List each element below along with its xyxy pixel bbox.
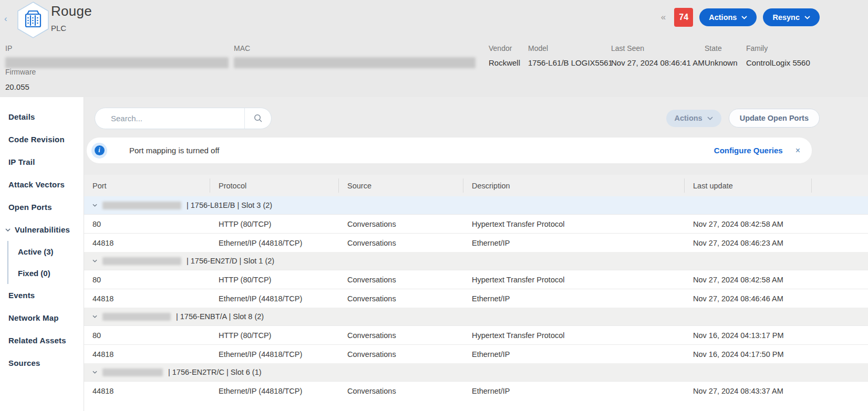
cell-source: Conversations bbox=[339, 350, 463, 359]
banner-text: Port mapping is turned off bbox=[129, 146, 220, 155]
banner-close-icon[interactable]: × bbox=[795, 146, 800, 155]
field-mac: MAC bbox=[234, 44, 476, 68]
cell-last-update: Nov 16, 2024 04:17:50 PM bbox=[685, 350, 812, 359]
info-icon: i bbox=[91, 143, 107, 159]
column-header-port[interactable]: Port bbox=[84, 175, 210, 196]
field-model: Model 1756-L61/B LOGIX5561 bbox=[528, 44, 613, 67]
last-seen-value: Nov 27, 2024 08:46:41 AM bbox=[611, 58, 705, 67]
sidebar-item-events[interactable]: Events bbox=[0, 284, 84, 307]
table-actions-label: Actions bbox=[675, 114, 702, 122]
plc-hexagon-icon bbox=[16, 1, 50, 41]
ip-label: IP bbox=[5, 44, 229, 52]
cell-protocol: Ethernet/IP (44818/TCP) bbox=[210, 294, 339, 303]
last-seen-label: Last Seen bbox=[611, 44, 705, 52]
family-label: Family bbox=[746, 44, 810, 52]
table-row[interactable]: 44818 Ethernet/IP (44818/TCP) Conversati… bbox=[84, 289, 868, 308]
table-row[interactable]: 80 HTTP (80/TCP) Conversations Hypertext… bbox=[84, 270, 868, 289]
cell-description: Ethernet/IP bbox=[463, 239, 685, 247]
search-box bbox=[95, 108, 272, 129]
column-header-protocol[interactable]: Protocol bbox=[210, 175, 339, 196]
group-ip-redacted bbox=[102, 202, 181, 209]
back-icon[interactable]: ‹ bbox=[4, 14, 7, 24]
firmware-value: 20.055 bbox=[5, 82, 36, 91]
cell-port: 80 bbox=[84, 331, 210, 340]
update-open-ports-button[interactable]: Update Open Ports bbox=[729, 109, 820, 128]
search-icon[interactable] bbox=[245, 114, 271, 123]
resync-button-label: Resync bbox=[772, 13, 800, 22]
chevron-down-icon bbox=[804, 16, 810, 19]
resync-button[interactable]: Resync bbox=[763, 8, 820, 26]
vendor-label: Vendor bbox=[489, 44, 520, 52]
group-label: | 1756-L81E/B | Slot 3 (2) bbox=[187, 201, 272, 209]
sidebar-item-active-vulnerabilities[interactable]: Active (3) bbox=[8, 241, 84, 262]
family-value: ControlLogix 5560 bbox=[746, 58, 810, 67]
column-header-last-update[interactable]: Last update bbox=[685, 175, 812, 196]
open-ports-toolbar: Actions Update Open Ports bbox=[84, 108, 868, 129]
cell-description: Hypertext Transfer Protocol bbox=[463, 220, 685, 228]
sidebar-item-network-map[interactable]: Network Map bbox=[0, 307, 84, 329]
column-header-description[interactable]: Description bbox=[463, 175, 685, 196]
sidebar-item-vulnerabilities[interactable]: Vulnerabilities bbox=[0, 218, 84, 241]
state-value: Unknown bbox=[705, 58, 738, 67]
group-row[interactable]: | 1756-EN2TR/C | Slot 6 (1) bbox=[84, 363, 868, 381]
field-vendor: Vendor Rockwell bbox=[489, 44, 520, 67]
sidebar-item-related-assets[interactable]: Related Assets bbox=[0, 329, 84, 352]
collapse-panel-icon[interactable]: « bbox=[661, 12, 666, 23]
sidebar-item-label: Vulnerabilities bbox=[15, 225, 70, 234]
sidebar-item-open-ports[interactable]: Open Ports bbox=[0, 196, 84, 218]
sidebar-item-attack-vectors[interactable]: Attack Vectors bbox=[0, 173, 84, 196]
search-input[interactable] bbox=[95, 114, 244, 123]
column-header-spacer bbox=[812, 175, 868, 196]
open-ports-table: Port Protocol Source Description Last up… bbox=[84, 175, 868, 411]
chevron-down-icon bbox=[92, 315, 97, 318]
table-row[interactable]: 44818 Ethernet/IP (44818/TCP) Conversati… bbox=[84, 381, 868, 400]
ip-value-redacted bbox=[5, 57, 229, 68]
chevron-down-icon bbox=[92, 204, 97, 207]
table-actions-button[interactable]: Actions bbox=[666, 110, 721, 127]
cell-port: 80 bbox=[84, 276, 210, 284]
cell-protocol: Ethernet/IP (44818/TCP) bbox=[210, 350, 339, 359]
table-row[interactable]: 44818 Ethernet/IP (44818/TCP) Conversati… bbox=[84, 344, 868, 363]
cell-description: Ethernet/IP bbox=[463, 387, 685, 395]
group-label: | 1756-EN2T/D | Slot 1 (2) bbox=[187, 257, 274, 265]
table-row[interactable]: 80 HTTP (80/TCP) Conversations Hypertext… bbox=[84, 325, 868, 344]
page-title: Rouge bbox=[51, 3, 92, 19]
cell-protocol: HTTP (80/TCP) bbox=[210, 220, 339, 228]
table-row[interactable]: 44818 Ethernet/IP (44818/TCP) Conversati… bbox=[84, 233, 868, 252]
sidebar-item-code-revision[interactable]: Code Revision bbox=[0, 128, 84, 151]
cell-source: Conversations bbox=[339, 331, 463, 340]
sidebar-item-ip-trail[interactable]: IP Trail bbox=[0, 151, 84, 173]
cell-last-update: Nov 27, 2024 08:43:37 AM bbox=[685, 387, 812, 395]
chevron-down-icon bbox=[92, 371, 97, 374]
group-ip-redacted bbox=[102, 313, 171, 321]
actions-button[interactable]: Actions bbox=[699, 8, 757, 26]
asset-type-label: PLC bbox=[51, 24, 92, 33]
group-row[interactable]: | 1756-L81E/B | Slot 3 (2) bbox=[84, 196, 868, 214]
group-row[interactable]: | 1756-ENBT/A | Slot 8 (2) bbox=[84, 308, 868, 325]
cell-last-update: Nov 27, 2024 08:46:23 AM bbox=[685, 239, 812, 247]
configure-queries-link[interactable]: Configure Queries bbox=[714, 146, 783, 155]
field-ip: IP bbox=[5, 44, 229, 68]
cell-protocol: Ethernet/IP (44818/TCP) bbox=[210, 239, 339, 247]
field-last-seen: Last Seen Nov 27, 2024 08:46:41 AM bbox=[611, 44, 705, 67]
cell-port: 80 bbox=[84, 220, 210, 228]
cell-last-update: Nov 27, 2024 08:42:58 AM bbox=[685, 276, 812, 284]
sidebar-item-fixed-vulnerabilities[interactable]: Fixed (0) bbox=[8, 262, 84, 284]
chevron-down-icon bbox=[741, 16, 747, 19]
risk-score-badge[interactable]: 74 bbox=[674, 8, 693, 27]
cell-protocol: Ethernet/IP (44818/TCP) bbox=[210, 387, 339, 395]
group-row[interactable]: | 1756-EN2T/D | Slot 1 (2) bbox=[84, 252, 868, 270]
cell-source: Conversations bbox=[339, 387, 463, 395]
group-ip-redacted bbox=[102, 368, 163, 376]
chevron-down-icon bbox=[707, 117, 713, 120]
column-header-source[interactable]: Source bbox=[339, 175, 463, 196]
sidebar-item-sources[interactable]: Sources bbox=[0, 352, 84, 374]
table-row[interactable]: 80 HTTP (80/TCP) Conversations Hypertext… bbox=[84, 214, 868, 233]
cell-source: Conversations bbox=[339, 276, 463, 284]
asset-page: ‹ Rouge PLC « bbox=[0, 0, 868, 411]
cell-description: Hypertext Transfer Protocol bbox=[463, 276, 685, 284]
cell-description: Hypertext Transfer Protocol bbox=[463, 331, 685, 340]
sidebar-item-details[interactable]: Details bbox=[0, 106, 84, 128]
model-label: Model bbox=[528, 44, 613, 52]
field-firmware: Firmware 20.055 bbox=[5, 68, 36, 91]
